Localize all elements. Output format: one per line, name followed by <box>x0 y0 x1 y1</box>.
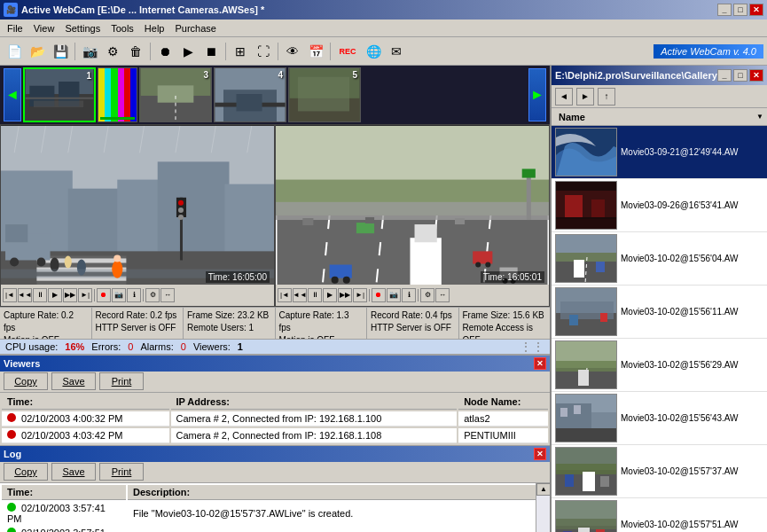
toolbar-ftp[interactable]: 🌐 <box>363 41 384 62</box>
cam1-btn-next[interactable]: ▶▶ <box>63 288 77 302</box>
menu-help[interactable]: Help <box>139 21 170 35</box>
cam2-btn-resize[interactable]: ↔ <box>435 288 450 302</box>
log-copy-btn[interactable]: Copy <box>4 463 48 481</box>
gallery-up-btn[interactable]: ↑ <box>598 88 615 106</box>
cam1-btn-record[interactable]: ⏺ <box>97 288 111 302</box>
toolbar-save[interactable]: 💾 <box>50 41 71 62</box>
cam2-btn-snapshot[interactable]: 📷 <box>387 288 401 302</box>
gallery-item-2[interactable]: Movie03-10-02@15'56'04.AW <box>552 232 767 286</box>
menu-file[interactable]: File <box>2 21 28 35</box>
thumb-num-1: 1 <box>86 71 91 81</box>
viewers-print-btn[interactable]: Print <box>99 372 144 390</box>
toolbar-email[interactable]: ✉ <box>386 41 407 62</box>
cam1-btn-resize[interactable]: ↔ <box>160 288 175 302</box>
camera-thumb-5[interactable]: 5 <box>288 67 361 122</box>
minimize-button[interactable]: _ <box>717 4 732 16</box>
toolbar-stop[interactable]: ⏹ <box>200 41 222 62</box>
cam2-http: HTTP Server is OFF <box>371 322 455 334</box>
cpu-resize-handle[interactable]: ⋮⋮ <box>520 340 544 354</box>
cam1-btn-snapshot[interactable]: 📷 <box>112 288 126 302</box>
svg-rect-5 <box>34 101 83 107</box>
menu-purchase[interactable]: Purchase <box>169 21 221 35</box>
log-col-time: Time: <box>2 485 126 500</box>
toolbar-layout[interactable]: ⊞ <box>230 41 251 62</box>
toolbar-camera-add[interactable]: 📷 <box>79 41 100 62</box>
menu-settings[interactable]: Settings <box>59 21 106 35</box>
cam2-btn-begin[interactable]: |◄ <box>278 288 292 302</box>
gallery-thumb-0 <box>555 128 617 176</box>
log-scroll-up[interactable]: ▲ <box>536 483 551 496</box>
toolbar-new[interactable]: 📄 <box>4 41 25 62</box>
toolbar-open[interactable]: 📂 <box>27 41 48 62</box>
viewers-copy-btn[interactable]: Copy <box>4 372 48 390</box>
gallery-sort-icon[interactable]: ▼ <box>756 113 763 121</box>
cam2-btn-settings[interactable]: ⚙ <box>420 288 434 302</box>
cam1-frame-size: Frame Size: 23.2 KB <box>187 309 271 322</box>
gallery-maximize-btn[interactable]: □ <box>733 69 747 82</box>
maximize-button[interactable]: □ <box>733 4 747 16</box>
cam2-btn-info[interactable]: ℹ <box>402 288 416 302</box>
log-title: Log <box>4 449 21 459</box>
menu-view[interactable]: View <box>28 21 60 35</box>
camera-thumb-3[interactable]: 3 <box>139 67 212 122</box>
log-dot-1 <box>7 503 16 512</box>
toolbar-play[interactable]: ▶ <box>177 41 199 62</box>
camera-thumb-4[interactable]: 4 <box>214 67 286 122</box>
cam1-btn-begin[interactable]: |◄ <box>3 288 17 302</box>
cam2-btn-prev[interactable]: ◄◄ <box>293 288 307 302</box>
cam2-btn-play[interactable]: ▶ <box>323 288 337 302</box>
svg-rect-63 <box>410 238 441 292</box>
gallery-forward-btn[interactable]: ► <box>576 88 594 106</box>
cam2-btn-pause[interactable]: ⏸ <box>308 288 322 302</box>
log-save-btn[interactable]: Save <box>51 463 96 481</box>
toolbar-motion[interactable]: 👁 <box>282 41 303 62</box>
gallery-toolbar: ◄ ► ↑ <box>552 85 767 108</box>
toolbar-record[interactable]: ⏺ <box>154 41 176 62</box>
svg-rect-81 <box>455 218 465 224</box>
camera-thumb-1[interactable]: 1 <box>23 67 96 122</box>
cam1-btn-play[interactable]: ▶ <box>48 288 62 302</box>
svg-rect-85 <box>565 195 583 217</box>
cpu-label: CPU usage: <box>5 341 58 352</box>
cam1-btn-prev[interactable]: ◄◄ <box>18 288 32 302</box>
toolbar-schedule[interactable]: 📅 <box>305 41 326 62</box>
viewers-save-btn[interactable]: Save <box>51 372 96 390</box>
cam1-btn-pause[interactable]: ⏸ <box>33 288 47 302</box>
viewers-close-btn[interactable]: ✕ <box>534 357 546 370</box>
gallery-name-2: Movie03-10-02@15'56'04.AW <box>621 253 739 264</box>
right-panel: E:\Delphi2.pro\Surveillance\Gallery _ □ … <box>550 66 767 532</box>
menu-tools[interactable]: Tools <box>106 21 139 35</box>
gallery-item-0[interactable]: Movie03-09-21@12'49'44.AW <box>552 126 767 179</box>
gallery-item-5[interactable]: Movie03-10-02@15'56'43.AW <box>552 392 767 445</box>
cam2-btn-next[interactable]: ▶▶ <box>338 288 352 302</box>
strip-left-arrow[interactable]: ◄ <box>4 68 21 121</box>
log-scroll-track[interactable] <box>536 496 550 532</box>
viewers-panel: Viewers ✕ Copy Save Print Time: IP Addre… <box>0 355 550 445</box>
viewer-icon-2 <box>7 430 16 439</box>
log-print-btn[interactable]: Print <box>99 463 144 481</box>
camera-thumb-colorbar[interactable] <box>98 67 137 122</box>
gallery-item-1[interactable]: Movie03-09-26@16'53'41.AW <box>552 179 767 232</box>
cam1-btn-info[interactable]: ℹ <box>127 288 141 302</box>
gallery-minimize-btn[interactable]: _ <box>717 69 732 82</box>
gallery-back-btn[interactable]: ◄ <box>555 88 573 106</box>
gallery-item-3[interactable]: Movie03-10-02@15'56'11.AW <box>552 286 767 339</box>
toolbar-fullscreen[interactable]: ⛶ <box>253 41 274 62</box>
cam2-btn-record[interactable]: ⏺ <box>372 288 386 302</box>
cam1-btn-settings[interactable]: ⚙ <box>145 288 160 302</box>
svg-point-48 <box>113 254 121 262</box>
close-button[interactable]: ✕ <box>749 4 763 16</box>
toolbar-camera-settings[interactable]: ⚙ <box>102 41 123 62</box>
log-close-btn[interactable]: ✕ <box>534 448 546 460</box>
gallery-item-4[interactable]: Movie03-10-02@15'56'29.AW <box>552 339 767 392</box>
cam1-btn-end[interactable]: ►| <box>78 288 92 302</box>
viewers-table: Time: IP Address: Node Name: 02/10/2003 … <box>0 393 550 445</box>
toolbar-sep4 <box>278 43 278 60</box>
gallery-item-6[interactable]: Movie03-10-02@15'57'37.AW <box>552 445 767 498</box>
gallery-item-7[interactable]: Movie03-10-02@15'57'51.AW <box>552 498 767 532</box>
cam2-btn-end[interactable]: ►| <box>353 288 367 302</box>
gallery-close-btn[interactable]: ✕ <box>749 69 763 82</box>
toolbar-camera-remove[interactable]: 🗑 <box>125 41 146 62</box>
gallery-thumb-7 <box>555 500 617 532</box>
strip-right-arrow[interactable]: ► <box>528 68 546 121</box>
